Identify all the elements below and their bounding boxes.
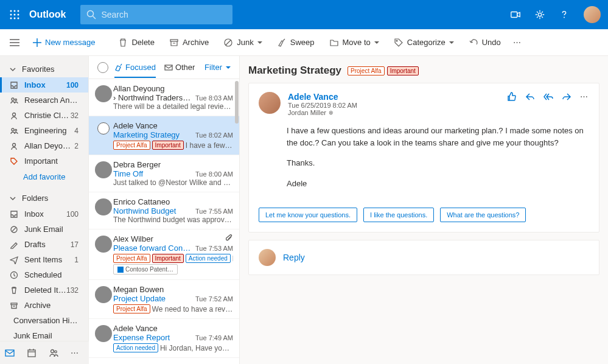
search-box[interactable] (80, 5, 232, 24)
module-more-button[interactable]: ⋯ (71, 348, 80, 357)
message-item[interactable]: Alex WilberPlease forward Contoso pat…Tu… (89, 229, 239, 280)
nav-inbox[interactable]: Inbox100 (0, 77, 88, 93)
sweep-icon (277, 38, 287, 47)
search-input[interactable] (101, 10, 226, 19)
message-item[interactable]: Enrico CattaneoNorthwind BudgetTue 7:55 … (89, 192, 239, 229)
sender-avatar[interactable] (95, 85, 112, 102)
category-tag[interactable]: Important (387, 66, 419, 75)
more-commands-button[interactable]: ⋯ (507, 38, 528, 47)
svg-point-1 (14, 10, 16, 12)
clock-icon (10, 271, 18, 279)
new-message-button[interactable]: New message (24, 38, 103, 47)
archive-button[interactable]: Archive (163, 38, 215, 47)
pencil-icon (10, 240, 18, 249)
sender-avatar[interactable] (259, 92, 281, 114)
self-avatar (259, 249, 276, 266)
tag-icon (394, 38, 404, 47)
folder-conversation-history[interactable]: Conversation History (0, 313, 88, 328)
nav-christie[interactable]: Christie Cline32 (0, 108, 88, 123)
delete-button[interactable]: Delete (112, 38, 161, 47)
suggested-reply-3[interactable]: What are the questions? (440, 208, 526, 222)
sender-avatar[interactable] (95, 161, 112, 178)
send-icon (10, 256, 18, 264)
people-module-icon[interactable] (49, 348, 58, 358)
settings-icon[interactable] (528, 0, 552, 29)
message-item[interactable]: Allan Deyoung› Northwind Traders Proposa… (89, 79, 239, 116)
message-list[interactable]: Allan Deyoung› Northwind Traders Proposa… (89, 79, 239, 364)
message-subject: Northwind Budget (113, 206, 192, 215)
nav-important[interactable]: Important (0, 153, 88, 169)
attachment-chip[interactable]: Contoso Patent… (113, 264, 178, 275)
category-tag[interactable]: Important (152, 141, 184, 150)
categorize-button[interactable]: Categorize (388, 38, 460, 47)
reply-icon[interactable] (525, 92, 535, 102)
help-icon[interactable] (552, 0, 576, 29)
nav-toggle[interactable] (5, 38, 24, 47)
category-tag[interactable]: Project Alfa (113, 254, 150, 263)
people-icon (10, 96, 18, 105)
suggested-reply-1[interactable]: Let me know your questions. (259, 208, 357, 222)
meet-now-icon[interactable] (503, 0, 528, 29)
category-tag[interactable]: Action needed (186, 254, 231, 263)
sender-avatar[interactable] (95, 325, 112, 342)
filter-button[interactable]: Filter (204, 63, 231, 72)
sender-name[interactable]: Adele Vance (288, 92, 507, 102)
sender-avatar[interactable] (95, 236, 112, 253)
recipients[interactable]: Jordan Miller⊗ (288, 109, 507, 116)
junk-button[interactable]: Junk (217, 38, 268, 47)
folder-archive[interactable]: Archive (0, 298, 88, 313)
folder-junk[interactable]: Junk Email (0, 222, 88, 237)
folder-drafts[interactable]: Drafts17 (0, 237, 88, 252)
list-scrollbar[interactable] (234, 79, 239, 364)
select-ring[interactable] (97, 122, 110, 135)
trash-icon (118, 38, 128, 47)
message-subject: Project Update (113, 294, 192, 303)
undo-button[interactable]: Undo (463, 38, 507, 47)
forward-icon[interactable] (562, 92, 571, 102)
search-icon (86, 10, 96, 19)
nav-allan[interactable]: Allan Deyoung2 (0, 138, 88, 153)
category-tag[interactable]: Project Alfa (348, 66, 385, 75)
people-icon (10, 127, 18, 135)
message-more-button[interactable]: ⋯ (580, 92, 589, 116)
message-item[interactable]: Debra BergerTime OffTue 8:00 AMJust talk… (89, 155, 239, 192)
add-favorite-button[interactable]: Add favorite (0, 169, 88, 185)
category-tag[interactable]: Important (152, 254, 184, 263)
message-body: I have a few questions and ideas around … (249, 121, 599, 208)
sender-name: Megan Bowen (113, 285, 233, 294)
folder-deleted[interactable]: Deleted Items132 (0, 282, 88, 298)
svg-point-28 (13, 143, 16, 146)
like-icon[interactable] (507, 92, 517, 102)
message-item[interactable]: Adele VanceExpense ReportTue 7:49 AMActi… (89, 319, 239, 358)
sender-avatar[interactable] (95, 286, 112, 303)
folder-inbox[interactable]: Inbox100 (0, 206, 88, 222)
sender-avatar[interactable] (95, 198, 112, 215)
user-avatar[interactable] (584, 6, 601, 23)
sender-name: Allan Deyoung (113, 84, 233, 93)
calendar-module-icon[interactable] (27, 348, 37, 358)
message-item[interactable]: Joni ShermanStatisticsTue 7:47 AMDo you … (89, 358, 239, 364)
suite-header: Outlook (0, 0, 608, 29)
svg-rect-33 (5, 350, 14, 356)
category-tag[interactable]: Project Alfa (113, 304, 150, 313)
favorites-header[interactable]: Favorites (0, 61, 88, 77)
nav-engineering[interactable]: Engineering4 (0, 123, 88, 138)
app-launcher[interactable] (0, 0, 29, 29)
tab-focused[interactable]: Focused (114, 58, 156, 78)
reply-all-icon[interactable] (543, 92, 553, 102)
mail-module-icon[interactable] (5, 348, 15, 358)
suggested-reply-2[interactable]: I like the questions. (363, 208, 434, 222)
message-item[interactable]: Megan BowenProject UpdateTue 7:52 AMProj… (89, 280, 239, 319)
folder-scheduled[interactable]: Scheduled (0, 267, 88, 282)
nav-research[interactable]: Research And Deve… (0, 93, 88, 108)
sweep-button[interactable]: Sweep (271, 38, 321, 47)
message-item[interactable]: Adele VanceMarketing StrategyTue 8:02 AM… (89, 116, 239, 155)
reply-box[interactable]: Reply (248, 240, 599, 275)
category-tag[interactable]: Action needed (113, 343, 158, 352)
folder-sent[interactable]: Sent Items1 (0, 252, 88, 267)
move-to-button[interactable]: Move to (323, 38, 385, 47)
tab-other[interactable]: Other (164, 58, 195, 77)
select-all-toggle[interactable] (97, 62, 108, 73)
category-tag[interactable]: Project Alfa (113, 141, 150, 150)
folders-header[interactable]: Folders (0, 190, 88, 206)
